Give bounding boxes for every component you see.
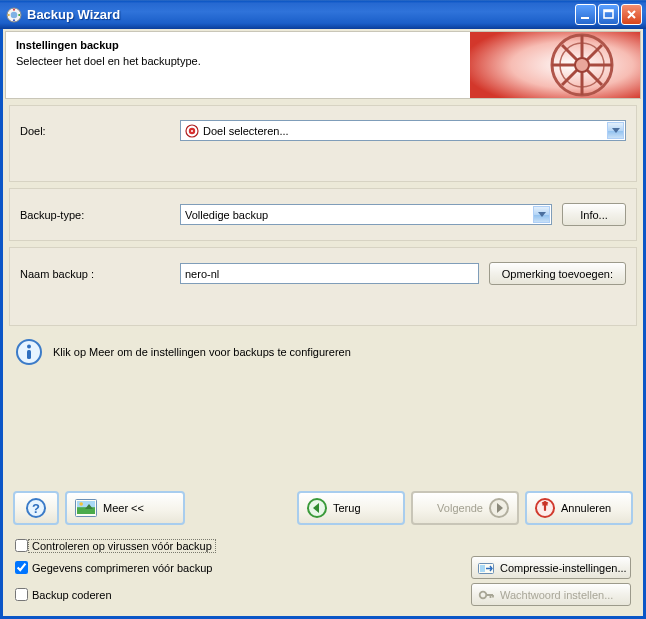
maximize-button[interactable] <box>598 4 619 25</box>
info-icon <box>15 338 43 366</box>
target-dropdown[interactable]: Doel selecteren... <box>180 120 626 141</box>
client-area: Instellingen backup Selecteer het doel e… <box>0 29 646 619</box>
wizard-header: Instellingen backup Selecteer het doel e… <box>5 31 641 99</box>
check-compress[interactable]: Gegevens comprimeren vóór backup <box>15 561 455 574</box>
extras-area: Controleren op virussen vóór backup Gege… <box>9 537 637 610</box>
check-compress-checkbox[interactable] <box>15 561 28 574</box>
backup-type-dropdown[interactable]: Volledige backup <box>180 204 552 225</box>
target-icon <box>185 124 199 138</box>
picture-icon <box>75 499 97 517</box>
group-backup-type: Backup-type: Volledige backup Info... <box>9 188 637 241</box>
window-title: Backup Wizard <box>27 7 575 22</box>
label-backup-type: Backup-type: <box>20 209 170 221</box>
key-icon <box>478 588 494 602</box>
back-button[interactable]: Terug <box>297 491 405 525</box>
hint-row: Klik op Meer om de instellingen voor bac… <box>9 332 637 372</box>
label-target: Doel: <box>20 125 170 137</box>
check-compress-label: Gegevens comprimeren vóór backup <box>32 562 212 574</box>
check-virus-scan-label: Controleren op virussen vóór backup <box>28 539 216 553</box>
next-icon <box>489 498 509 518</box>
add-comment-label: Opmerking toevoegen: <box>502 268 613 280</box>
svg-rect-6 <box>581 17 589 19</box>
svg-point-2 <box>13 8 15 10</box>
more-button-label: Meer << <box>103 502 144 514</box>
svg-text:?: ? <box>32 501 40 516</box>
cancel-icon <box>535 498 555 518</box>
help-button[interactable]: ? <box>13 491 59 525</box>
info-button-label: Info... <box>580 209 608 221</box>
app-icon <box>6 7 22 23</box>
group-backup-name: Naam backup : Opmerking toevoegen: <box>9 247 637 326</box>
group-target: Doel: Doel selecteren... <box>9 105 637 182</box>
target-value: Doel selecteren... <box>203 125 289 137</box>
check-encode-label: Backup coderen <box>32 589 112 601</box>
set-password-button: Wachtwoord instellen... <box>471 583 631 606</box>
form-area: Doel: Doel selecteren... <box>5 99 641 614</box>
label-backup-name: Naam backup : <box>20 268 170 280</box>
svg-rect-33 <box>480 565 485 572</box>
backup-name-input[interactable] <box>180 263 479 284</box>
hint-text: Klik op Meer om de instellingen voor bac… <box>53 346 351 358</box>
svg-rect-22 <box>27 350 31 359</box>
check-virus-scan[interactable]: Controleren op virussen vóór backup <box>15 539 455 552</box>
svg-point-28 <box>79 502 83 506</box>
check-virus-scan-checkbox[interactable] <box>15 539 28 552</box>
next-button-label: Volgende <box>437 502 483 514</box>
svg-rect-8 <box>604 10 613 12</box>
window-buttons <box>575 4 642 25</box>
minimize-button[interactable] <box>575 4 596 25</box>
svg-point-5 <box>8 14 10 16</box>
backup-type-value: Volledige backup <box>185 209 268 221</box>
compress-icon <box>478 561 494 575</box>
svg-point-4 <box>13 19 15 21</box>
cancel-button[interactable]: Annuleren <box>525 491 633 525</box>
wizard-button-bar: ? Meer << <box>9 483 637 531</box>
next-button: Volgende <box>411 491 519 525</box>
svg-point-3 <box>18 14 20 16</box>
help-icon: ? <box>26 498 46 518</box>
cancel-button-label: Annuleren <box>561 502 611 514</box>
svg-rect-7 <box>604 10 613 18</box>
svg-point-1 <box>11 11 18 18</box>
svg-point-21 <box>27 345 31 349</box>
compression-settings-label: Compressie-instellingen... <box>500 562 627 574</box>
svg-point-19 <box>191 130 193 132</box>
more-button[interactable]: Meer << <box>65 491 185 525</box>
set-password-label: Wachtwoord instellen... <box>500 589 613 601</box>
check-encode[interactable]: Backup coderen <box>15 588 455 601</box>
check-encode-checkbox[interactable] <box>15 588 28 601</box>
back-button-label: Terug <box>333 502 361 514</box>
titlebar: Backup Wizard <box>0 0 646 29</box>
info-button[interactable]: Info... <box>562 203 626 226</box>
svg-point-16 <box>575 58 589 72</box>
compression-settings-button[interactable]: Compressie-instellingen... <box>471 556 631 579</box>
dropdown-arrow-icon <box>607 122 624 139</box>
add-comment-button[interactable]: Opmerking toevoegen: <box>489 262 626 285</box>
back-icon <box>307 498 327 518</box>
svg-point-34 <box>480 591 487 598</box>
dropdown-arrow-icon <box>533 206 550 223</box>
vault-graphic <box>470 32 640 98</box>
close-button[interactable] <box>621 4 642 25</box>
